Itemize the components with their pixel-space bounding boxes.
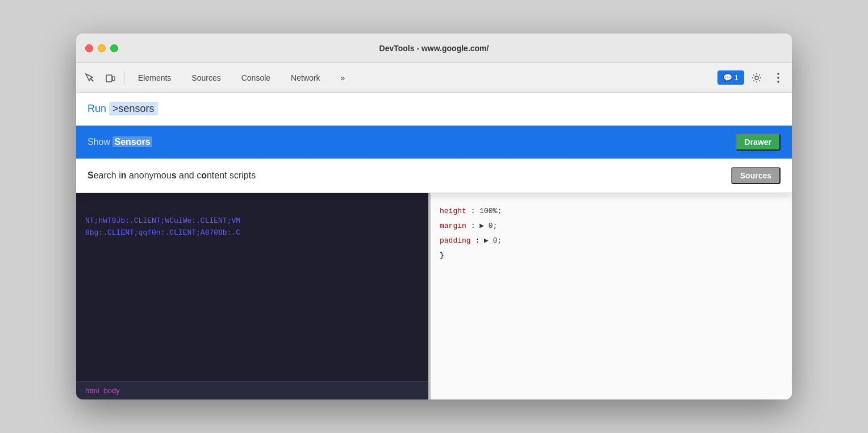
- css-value-padding: ▶ 0;: [484, 236, 502, 245]
- css-value-height: 100%;: [479, 207, 502, 215]
- css-prop-height: height: [440, 207, 466, 215]
- css-padding-line: padding : ▶ 0;: [440, 234, 783, 248]
- command-result-search-scripts[interactable]: Search in anonymous and content scripts …: [76, 159, 792, 193]
- notification-icon: 💬: [723, 73, 732, 82]
- css-closing-brace: }: [440, 248, 783, 263]
- svg-line-0: [90, 78, 93, 81]
- svg-point-4: [777, 73, 779, 75]
- svg-point-3: [755, 76, 758, 80]
- maximize-button[interactable]: [110, 44, 118, 52]
- css-prop-margin: margin: [440, 222, 466, 230]
- css-prop-padding: padding: [440, 236, 471, 245]
- command-query: >sensors: [109, 102, 158, 115]
- command-input-row[interactable]: Run >sensors: [76, 93, 792, 126]
- notification-count: 1: [735, 73, 738, 82]
- close-button[interactable]: [85, 44, 93, 52]
- settings-button[interactable]: [748, 69, 766, 87]
- devtools-window: DevTools - www.google.com/ Elements Sour…: [76, 34, 792, 399]
- code-line-2: 8bg:.CLIENT;qqf0n:.CLIENT;A8708b:.C: [85, 227, 419, 239]
- minimize-button[interactable]: [98, 44, 106, 52]
- tab-sources[interactable]: Sources: [182, 70, 229, 86]
- result-label-search-scripts: Search in anonymous and content scripts: [87, 170, 731, 181]
- command-prefix: Run: [87, 103, 109, 114]
- traffic-lights: [85, 44, 118, 52]
- inspect-element-button[interactable]: [81, 69, 99, 87]
- sources-badge-button[interactable]: Sources: [731, 167, 781, 184]
- code-line-1: NT;hWT9Jb:.CLIENT;WCulWe:.CLIENT;VM: [85, 215, 419, 227]
- drawer-badge-button[interactable]: Drawer: [736, 134, 781, 151]
- code-area: NT;hWT9Jb:.CLIENT;WCulWe:.CLIENT;VM 8bg:…: [76, 206, 428, 381]
- tab-elements[interactable]: Elements: [129, 70, 180, 86]
- command-result-show-sensors[interactable]: Show Sensors Drawer: [76, 126, 792, 159]
- notification-button[interactable]: 💬 1: [717, 70, 744, 85]
- devtools-toolbar: Elements Sources Console Network » 💬 1: [76, 63, 792, 93]
- breadcrumb-html[interactable]: html: [85, 386, 99, 395]
- titlebar: DevTools - www.google.com/: [76, 34, 792, 63]
- toolbar-right: 💬 1: [717, 69, 787, 87]
- svg-point-5: [777, 77, 779, 79]
- breadcrumb-bar: html body: [76, 381, 428, 399]
- window-title: DevTools - www.google.com/: [379, 44, 489, 53]
- devtools-body: Run >sensors Show Sensors Drawer Search …: [76, 93, 792, 399]
- result-label-show-sensors: Show Sensors: [87, 137, 736, 147]
- command-palette: Run >sensors Show Sensors Drawer Search …: [76, 93, 792, 193]
- more-options-button[interactable]: [769, 69, 787, 87]
- svg-rect-1: [106, 75, 112, 82]
- css-value-margin: ▶ 0;: [479, 222, 497, 230]
- toolbar-separator: [124, 71, 124, 85]
- tab-console[interactable]: Console: [232, 70, 279, 86]
- tab-network[interactable]: Network: [282, 70, 329, 86]
- device-toolbar-button[interactable]: [101, 69, 119, 87]
- svg-rect-2: [112, 77, 115, 81]
- styles-panel: height : 100%; margin : ▶ 0; padding : ▶…: [431, 195, 792, 399]
- breadcrumb-body[interactable]: body: [104, 386, 120, 395]
- tab-more[interactable]: »: [331, 70, 354, 86]
- svg-point-6: [777, 81, 779, 83]
- css-margin-line: margin : ▶ 0;: [440, 219, 783, 234]
- css-height-line: height : 100%;: [440, 204, 783, 219]
